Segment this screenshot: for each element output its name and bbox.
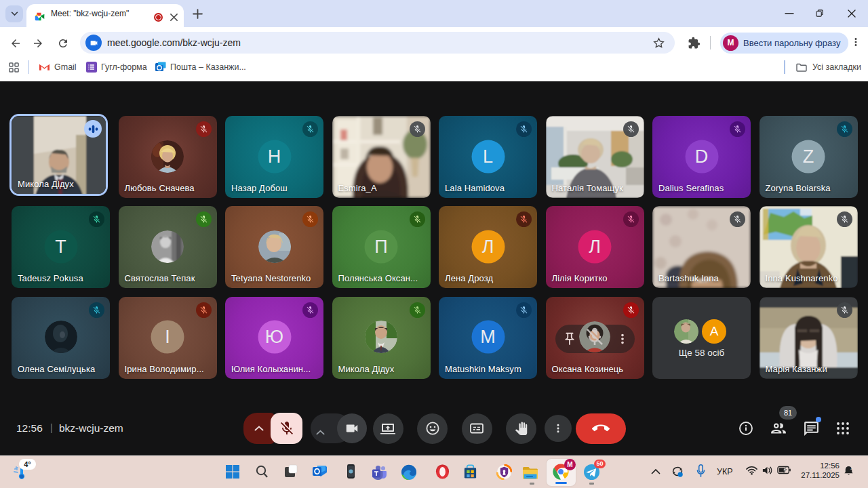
svg-text:z: z <box>850 466 852 470</box>
